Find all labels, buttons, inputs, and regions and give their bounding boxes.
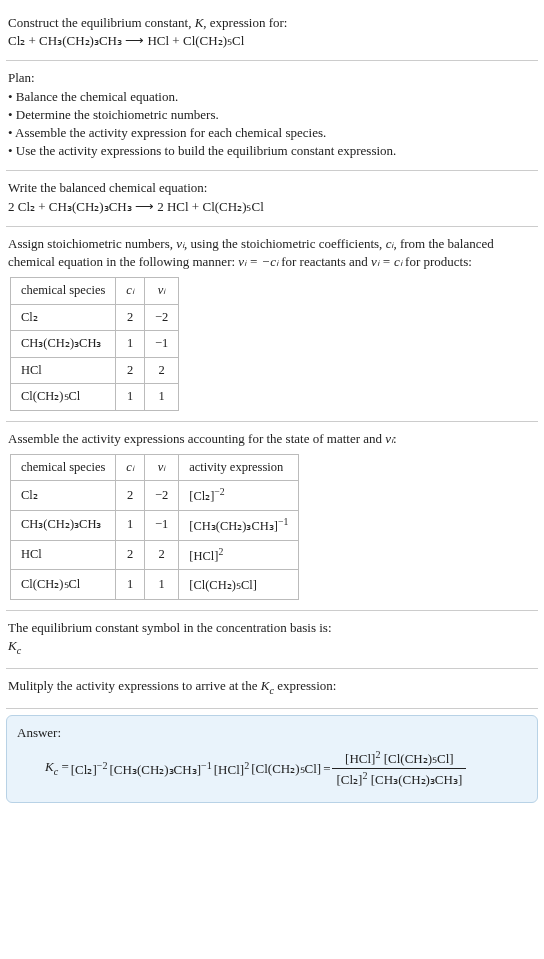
activity-expr: [Cl(CH₂)₅Cl] [179,570,299,600]
kc-symbol: Kc [8,637,536,658]
eq-lhs: 2 Cl₂ + CH₃(CH₂)₃CH₃ [8,199,132,214]
multiply-text: Mulitply the activity expressions to arr… [8,677,536,698]
col-nui: νᵢ [144,454,178,481]
kc-lhs: Kc = [45,758,69,779]
intro-text-2: , expression for: [203,15,287,30]
eq-rhs: HCl + Cl(CH₂)₅Cl [147,33,244,48]
table-header-row: chemical species cᵢ νᵢ activity expressi… [11,454,299,481]
intro-equation: Cl₂ + CH₃(CH₂)₃CH₃ ⟶ HCl + Cl(CH₂)₅Cl [8,32,536,50]
equals: = [323,760,330,778]
plan-item: Balance the chemical equation. [8,88,536,106]
activity-expr: [Cl₂]−2 [179,481,299,511]
plan-item: Assemble the activity expression for eac… [8,124,536,142]
balanced-equation: 2 Cl₂ + CH₃(CH₂)₃CH₃ ⟶ 2 HCl + Cl(CH₂)₅C… [8,198,536,216]
activity-expr: [HCl]2 [179,540,299,570]
table-row: Cl(CH₂)₅Cl11 [11,384,179,411]
stoich-table: chemical species cᵢ νᵢ Cl₂2−2 CH₃(CH₂)₃C… [10,277,179,411]
answer-expression: Kc = [Cl₂]−2 [CH₃(CH₂)₃CH₃]−1 [HCl]2 [Cl… [17,748,527,790]
plan-item: Use the activity expressions to build th… [8,142,536,160]
plan-list: Balance the chemical equation. Determine… [8,88,536,161]
plan-item: Determine the stoichiometric numbers. [8,106,536,124]
table-row: HCl22 [11,357,179,384]
numerator: [HCl]2 [Cl(CH₂)₅Cl] [332,748,466,770]
plan-heading: Plan: [8,69,536,87]
activity-expr: [CH₃(CH₂)₃CH₃]−1 [179,510,299,540]
intro-section: Construct the equilibrium constant, K, e… [6,6,538,61]
intro-text: Construct the equilibrium constant, [8,15,195,30]
eq-rhs: 2 HCl + Cl(CH₂)₅Cl [157,199,264,214]
denominator: [Cl₂]2 [CH₃(CH₂)₃CH₃] [332,769,466,790]
multiply-section: Mulitply the activity expressions to arr… [6,669,538,709]
eq-arrow: ⟶ [135,199,154,214]
answer-label: Answer: [17,724,527,742]
fraction: [HCl]2 [Cl(CH₂)₅Cl] [Cl₂]2 [CH₃(CH₂)₃CH₃… [332,748,466,790]
plan-section: Plan: Balance the chemical equation. Det… [6,61,538,171]
term: [Cl₂]−2 [71,759,108,780]
col-ci: cᵢ [116,278,145,305]
stoich-section: Assign stoichiometric numbers, νᵢ, using… [6,227,538,422]
table-row: CH₃(CH₂)₃CH₃1−1 [11,331,179,358]
balanced-heading: Write the balanced chemical equation: [8,179,536,197]
balanced-section: Write the balanced chemical equation: 2 … [6,171,538,226]
table-row: Cl₂ 2 −2 [Cl₂]−2 [11,481,299,511]
eq-arrow: ⟶ [125,33,144,48]
table-row: CH₃(CH₂)₃CH₃ 1 −1 [CH₃(CH₂)₃CH₃]−1 [11,510,299,540]
col-ci: cᵢ [116,454,145,481]
term: [HCl]2 [214,759,249,780]
stoich-text: Assign stoichiometric numbers, νᵢ, using… [8,235,536,271]
intro-line: Construct the equilibrium constant, K, e… [8,14,536,32]
col-species: chemical species [11,278,116,305]
term: [Cl(CH₂)₅Cl] [251,760,321,778]
answer-box: Answer: Kc = [Cl₂]−2 [CH₃(CH₂)₃CH₃]−1 [H… [6,715,538,803]
term: [CH₃(CH₂)₃CH₃]−1 [110,759,212,780]
col-activity: activity expression [179,454,299,481]
table-row: Cl(CH₂)₅Cl 1 1 [Cl(CH₂)₅Cl] [11,570,299,600]
activity-text: Assemble the activity expressions accoun… [8,430,536,448]
kc-symbol-section: The equilibrium constant symbol in the c… [6,611,538,669]
kc-symbol-text: The equilibrium constant symbol in the c… [8,619,536,637]
activity-table: chemical species cᵢ νᵢ activity expressi… [10,454,299,600]
col-nui: νᵢ [144,278,178,305]
activity-section: Assemble the activity expressions accoun… [6,422,538,611]
col-species: chemical species [11,454,116,481]
table-row: HCl 2 2 [HCl]2 [11,540,299,570]
eq-lhs: Cl₂ + CH₃(CH₂)₃CH₃ [8,33,122,48]
table-row: Cl₂2−2 [11,304,179,331]
table-header-row: chemical species cᵢ νᵢ [11,278,179,305]
